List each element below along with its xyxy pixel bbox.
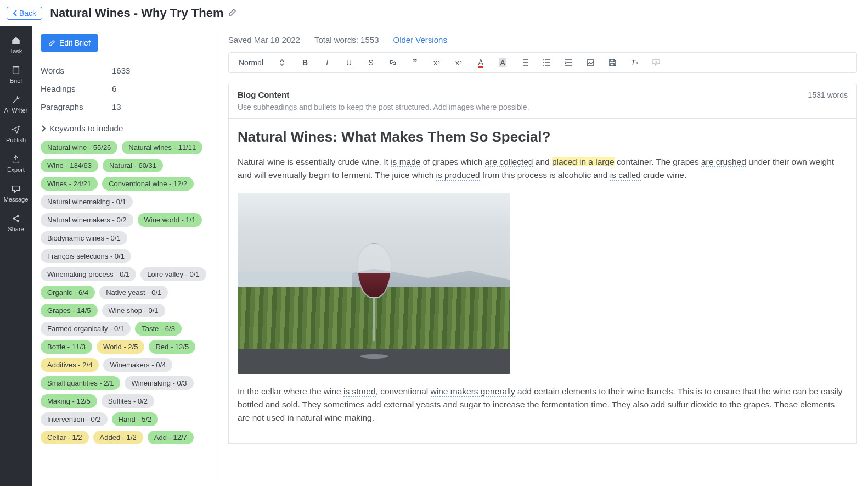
content-heading: Natural Wines: What Makes Them So Specia… bbox=[238, 129, 848, 146]
keyword-chip[interactable]: Intervention - 0/2 bbox=[41, 412, 108, 426]
wand-icon bbox=[11, 95, 21, 105]
keyword-chip[interactable]: Red - 12/5 bbox=[149, 340, 195, 354]
indent-button[interactable] bbox=[563, 57, 574, 68]
keywords-toggle[interactable]: Keywords to include bbox=[41, 124, 208, 133]
keyword-chip[interactable]: World - 2/5 bbox=[97, 340, 144, 354]
keyword-chip[interactable]: Cellar - 1/2 bbox=[41, 431, 89, 444]
content-header: Blog Content 1531 words Use subheadings … bbox=[228, 83, 857, 119]
home-icon bbox=[11, 36, 21, 46]
keyword-chip[interactable]: Winemaking - 0/3 bbox=[125, 376, 193, 390]
content-body[interactable]: Natural Wines: What Makes Them So Specia… bbox=[228, 119, 857, 444]
quote-button[interactable]: ” bbox=[409, 57, 420, 68]
link-button[interactable] bbox=[387, 57, 398, 68]
keyword-chips: Natural wine - 55/26Natural wines - 11/1… bbox=[41, 141, 208, 444]
bold-button[interactable]: B bbox=[300, 57, 311, 68]
keyword-chip[interactable]: Grapes - 14/5 bbox=[41, 304, 98, 317]
keyword-chip[interactable]: François selections - 0/1 bbox=[41, 249, 131, 263]
edit-title-icon[interactable] bbox=[228, 8, 237, 18]
strikethrough-button[interactable]: S bbox=[365, 57, 376, 68]
svg-point-5 bbox=[543, 62, 544, 63]
content-paragraph: Natural wine is essentially crude wine. … bbox=[238, 155, 848, 182]
keyword-chip[interactable]: Farmed organically - 0/1 bbox=[41, 322, 131, 336]
highlight-button[interactable]: A bbox=[497, 57, 508, 68]
sidenav-item-publish[interactable]: Publish bbox=[0, 119, 32, 149]
text-color-button[interactable]: A bbox=[475, 57, 486, 68]
back-button[interactable]: Back bbox=[7, 7, 42, 20]
page-title: Natural Wines - Why Try Them bbox=[50, 6, 223, 20]
keyword-chip[interactable]: Taste - 6/3 bbox=[135, 322, 182, 336]
keywords-header-label: Keywords to include bbox=[49, 124, 123, 133]
sidenav-item-ai-writer[interactable]: AI Writer bbox=[0, 90, 32, 119]
clear-format-button[interactable]: Tx bbox=[629, 57, 640, 68]
keyword-chip[interactable]: Wines - 24/21 bbox=[41, 177, 98, 191]
side-nav: TaskBriefAI WriterPublishExportMessageSh… bbox=[0, 0, 32, 486]
ordered-list-button[interactable] bbox=[519, 57, 530, 68]
meta-row: Saved Mar 18 2022 Total words: 1553 Olde… bbox=[228, 35, 857, 44]
keyword-chip[interactable]: Sulfites - 0/2 bbox=[102, 394, 154, 408]
stat-row: Words1633 bbox=[41, 62, 208, 80]
svg-rect-0 bbox=[13, 67, 19, 74]
sidenav-item-export[interactable]: Export bbox=[0, 149, 32, 178]
keyword-chip[interactable]: Wine shop - 0/1 bbox=[102, 304, 165, 317]
share-icon bbox=[11, 214, 21, 224]
keyword-chip[interactable]: Biodynamic wines - 0/1 bbox=[41, 231, 127, 245]
keyword-chip[interactable]: Hand - 5/2 bbox=[112, 412, 159, 426]
keyword-chip[interactable]: Natural wine - 55/26 bbox=[41, 141, 117, 154]
chat-icon bbox=[11, 184, 21, 194]
italic-button[interactable]: I bbox=[322, 57, 332, 68]
keyword-chip[interactable]: Additives - 2/4 bbox=[41, 358, 99, 372]
content-paragraph: In the cellar where the wine is stored, … bbox=[238, 385, 848, 424]
unordered-list-button[interactable] bbox=[541, 57, 552, 68]
keyword-chip[interactable]: Conventional wine - 12/2 bbox=[102, 177, 194, 191]
pencil-icon bbox=[48, 39, 56, 47]
format-select[interactable]: Normal bbox=[234, 56, 289, 69]
word-count: 1531 words bbox=[808, 91, 848, 99]
superscript-button[interactable]: x2 bbox=[453, 57, 464, 68]
comment-button[interactable] bbox=[651, 57, 662, 68]
chevron-left-icon bbox=[13, 10, 18, 16]
keyword-chip[interactable]: Organic - 6/4 bbox=[41, 286, 95, 299]
total-words-label: Total words: 1553 bbox=[314, 35, 379, 44]
sidenav-item-brief[interactable]: Brief bbox=[0, 60, 32, 90]
stat-row: Headings6 bbox=[41, 80, 208, 98]
chevron-right-icon bbox=[41, 125, 46, 132]
left-panel: Edit Brief Words1633Headings6Paragraphs1… bbox=[32, 26, 217, 486]
keyword-chip[interactable]: Natural winemakers - 0/2 bbox=[41, 213, 133, 227]
back-label: Back bbox=[19, 9, 36, 18]
image-button[interactable] bbox=[585, 57, 596, 68]
sidenav-item-message[interactable]: Message bbox=[0, 178, 32, 208]
keyword-chip[interactable]: Natural - 60/31 bbox=[103, 159, 163, 172]
svg-point-6 bbox=[543, 65, 544, 66]
keyword-chip[interactable]: Native yeast - 0/1 bbox=[99, 286, 168, 299]
keyword-chip[interactable]: Loire valley - 0/1 bbox=[140, 267, 206, 281]
keyword-chip[interactable]: Wine world - 1/1 bbox=[138, 213, 202, 227]
note-icon bbox=[11, 65, 21, 75]
keyword-chip[interactable]: Wine - 134/63 bbox=[41, 159, 98, 172]
older-versions-link[interactable]: Older Versions bbox=[393, 35, 447, 44]
subscript-button[interactable]: x2 bbox=[431, 57, 442, 68]
editor-toolbar: Normal B I U S ” x2 x2 A A Tx bbox=[228, 52, 857, 73]
send-icon bbox=[11, 125, 21, 135]
save-button[interactable] bbox=[607, 57, 618, 68]
keyword-chip[interactable]: Winemaking process - 0/1 bbox=[41, 267, 136, 281]
edit-brief-label: Edit Brief bbox=[59, 38, 91, 47]
content-image bbox=[238, 193, 510, 374]
keyword-chip[interactable]: Natural winemaking - 0/1 bbox=[41, 195, 133, 209]
keyword-chip[interactable]: Bottle - 11/3 bbox=[41, 340, 92, 354]
underline-button[interactable]: U bbox=[343, 57, 354, 68]
keyword-chip[interactable]: Added - 1/2 bbox=[93, 431, 143, 444]
content-hint: Use subheadings and bullets to keep the … bbox=[238, 103, 848, 111]
keyword-chip[interactable]: Small quantities - 2/1 bbox=[41, 376, 120, 390]
format-label: Normal bbox=[239, 58, 263, 67]
keyword-chip[interactable]: Add - 12/7 bbox=[148, 431, 194, 444]
saved-label: Saved Mar 18 2022 bbox=[228, 35, 300, 44]
select-arrows-icon bbox=[280, 59, 284, 66]
stats-block: Words1633Headings6Paragraphs13 bbox=[41, 62, 208, 116]
keyword-chip[interactable]: Natural wines - 11/11 bbox=[122, 141, 202, 154]
keyword-chip[interactable]: Winemakers - 0/4 bbox=[103, 358, 172, 372]
edit-brief-button[interactable]: Edit Brief bbox=[41, 34, 98, 52]
keyword-chip[interactable]: Making - 12/5 bbox=[41, 394, 97, 408]
sidenav-item-task[interactable]: Task bbox=[0, 30, 32, 60]
sidenav-item-share[interactable]: Share bbox=[0, 208, 32, 238]
svg-point-4 bbox=[543, 59, 544, 60]
